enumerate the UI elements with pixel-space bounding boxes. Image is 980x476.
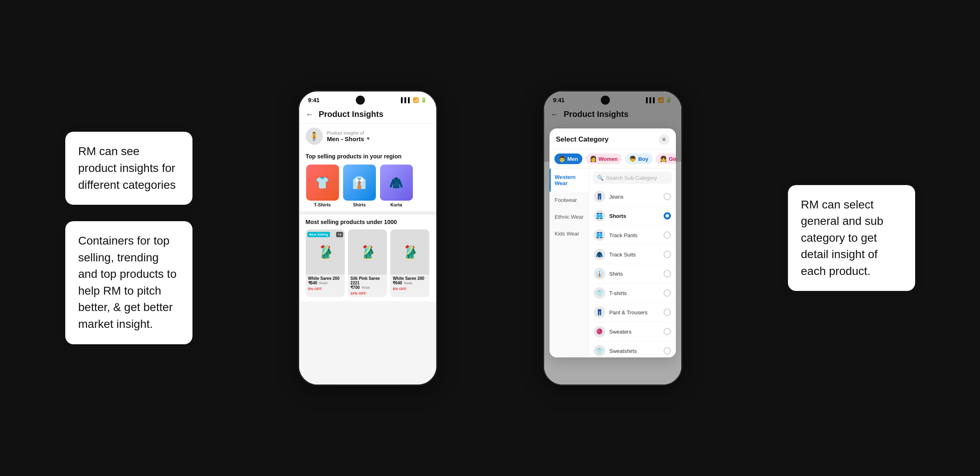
most-selling-name-3: White Saree 200 bbox=[393, 276, 427, 281]
sidebar-item-footwear[interactable]: Footwear bbox=[550, 192, 588, 208]
most-selling-card-2[interactable]: 🥻 Silk Pink Saree 2221 ₹700 ₹720 10% OFF bbox=[348, 229, 387, 297]
sidebar-item-kids[interactable]: Kids Wear bbox=[550, 225, 588, 242]
most-selling-discount-2: 10% OFF bbox=[350, 291, 366, 295]
tooltip-category-select: RM can select general and sub category t… bbox=[788, 185, 915, 291]
sub-item-sweaters[interactable]: 🧶 Sweaters bbox=[589, 322, 676, 341]
sub-icon-tshirts: 👕 bbox=[594, 287, 605, 299]
product-img-tshirt: 👕 bbox=[306, 165, 339, 201]
sub-icon-sweatshirts: 👕 bbox=[594, 345, 605, 357]
sub-icon-trackpants: 🩳 bbox=[594, 229, 605, 241]
most-selling-img-2: 🥻 bbox=[348, 229, 387, 275]
most-selling-img-3: 🥻 bbox=[390, 229, 429, 275]
modal-close-button[interactable]: ✕ bbox=[659, 134, 669, 145]
sub-icon-shorts: 🩳 bbox=[594, 210, 605, 222]
girl-avatar: 👧 bbox=[660, 156, 667, 162]
product-card-shirt[interactable]: 👔 Shirts bbox=[343, 165, 376, 207]
right-annotations: RM can select general and sub category t… bbox=[788, 185, 927, 291]
dropdown-arrow-1[interactable]: ▼ bbox=[366, 136, 371, 142]
sub-radio-sweatshirts[interactable] bbox=[664, 347, 671, 355]
sub-radio-shirts[interactable] bbox=[664, 270, 671, 277]
product-img-kurta: 🧥 bbox=[380, 165, 413, 201]
product-name-kurta: Kurta bbox=[390, 202, 402, 207]
modal-body: Western Wear Footwear Ethnic Wear Kids W… bbox=[550, 169, 676, 357]
most-selling-row-1: 🥻 Best Selling +2 White Saree 200 ₹640 ₹… bbox=[299, 228, 436, 301]
sub-radio-sweaters[interactable] bbox=[664, 328, 671, 335]
left-annotations: RM can see product insights for differen… bbox=[53, 132, 192, 344]
search-placeholder: Search Sub Category bbox=[606, 175, 657, 181]
gender-tabs: 👨 Men 👩 Women 👦 Boy 👧 bbox=[550, 149, 676, 169]
divider-1 bbox=[299, 211, 436, 215]
sub-item-sweatshirts[interactable]: 👕 Sweatshirts bbox=[589, 341, 676, 357]
most-selling-info-3: White Saree 200 ₹640 ₹660 5% OFF bbox=[390, 275, 429, 293]
sub-label-sweaters: Sweaters bbox=[609, 329, 632, 335]
sub-label-tshirts: T-shirts bbox=[609, 290, 627, 296]
sub-icon-tracksuits: 🧥 bbox=[594, 249, 605, 260]
most-selling-name-2: Silk Pink Saree 2221 bbox=[350, 276, 385, 285]
most-selling-card-1[interactable]: 🥻 Best Selling +2 White Saree 200 ₹640 ₹… bbox=[306, 229, 345, 297]
sub-item-shorts[interactable]: 🩳 Shorts bbox=[589, 206, 676, 226]
select-category-modal: Select Category ✕ 👨 Men 👩 Women bbox=[550, 128, 676, 357]
men-avatar: 👨 bbox=[559, 156, 566, 162]
wifi-icon-1: 📶 bbox=[413, 97, 419, 103]
subcategory-panel: 🔍 Search Sub Category 👖 Jeans 🩳 bbox=[589, 169, 676, 357]
most-selling-card-3[interactable]: 🥻 White Saree 200 ₹640 ₹660 5% OFF bbox=[390, 229, 429, 297]
sub-label-shorts: Shorts bbox=[609, 213, 626, 219]
signal-icon-1: ▌▌▌ bbox=[401, 97, 412, 103]
product-card-kurta[interactable]: 🧥 Kurta bbox=[380, 165, 413, 207]
app-header-1: ← Product Insights bbox=[299, 106, 436, 124]
gender-tab-men[interactable]: 👨 Men bbox=[554, 153, 582, 164]
sidebar-item-western[interactable]: Western Wear bbox=[550, 169, 588, 192]
sub-label-sweatshirts: Sweatshirts bbox=[609, 348, 637, 354]
sub-item-trousers[interactable]: 👖 Pant & Trousers bbox=[589, 303, 676, 322]
status-bar-1: 9:41 ▌▌▌ 📶 🔋 bbox=[299, 92, 436, 106]
sub-item-trackpants[interactable]: 🩳 Track Pants bbox=[589, 226, 676, 245]
most-selling-price-3: ₹640 bbox=[393, 281, 402, 285]
sub-radio-tracksuits[interactable] bbox=[664, 251, 671, 258]
sub-label-shirts: Shirts bbox=[609, 271, 623, 277]
phone-2-screen: 9:41 ▌▌▌ 📶 🔋 ← Product Insights 🧍 bbox=[544, 92, 681, 384]
sub-item-tracksuits[interactable]: 🧥 Track Suits bbox=[589, 245, 676, 264]
girl-label: Girl bbox=[669, 156, 676, 162]
men-label: Men bbox=[568, 156, 578, 162]
search-sub-category[interactable]: 🔍 Search Sub Category bbox=[593, 172, 672, 184]
gender-tab-girl[interactable]: 👧 Girl bbox=[656, 153, 676, 164]
category-selector-1[interactable]: 🧍 Product insights of Men - Shorts ▼ bbox=[299, 124, 436, 149]
women-label: Women bbox=[599, 156, 618, 162]
most-selling-old-2: ₹720 bbox=[362, 286, 370, 290]
sub-radio-trackpants[interactable] bbox=[664, 231, 671, 239]
phone-2: 9:41 ▌▌▌ 📶 🔋 ← Product Insights 🧍 bbox=[543, 90, 682, 386]
gender-tab-boy[interactable]: 👦 Boy bbox=[625, 153, 653, 164]
cat-info-1: Product insights of Men - Shorts ▼ bbox=[327, 130, 371, 142]
product-card-tshirt[interactable]: 👕 T-Shirts bbox=[306, 165, 339, 207]
most-selling-price-2: ₹700 bbox=[350, 285, 360, 290]
sub-item-shirts[interactable]: 👔 Shirts bbox=[589, 264, 676, 284]
women-avatar: 👩 bbox=[590, 156, 597, 162]
product-name-shirt: Shirts bbox=[353, 202, 366, 207]
sub-radio-tshirts[interactable] bbox=[664, 289, 671, 297]
badge-count: +2 bbox=[336, 232, 343, 237]
status-time-1: 9:41 bbox=[308, 97, 320, 103]
gender-tab-women[interactable]: 👩 Women bbox=[586, 153, 622, 164]
most-selling-discount-1: 5% OFF bbox=[308, 287, 322, 291]
phone-1-screen: 9:41 ▌▌▌ 📶 🔋 ← Product Insights 🧍 Produc… bbox=[299, 92, 436, 384]
most-selling-info-1: White Saree 200 ₹640 ₹660 5% OFF bbox=[306, 275, 345, 293]
sub-radio-shorts[interactable] bbox=[664, 212, 671, 220]
back-button-1[interactable]: ← bbox=[306, 110, 314, 119]
most-selling-old-3: ₹660 bbox=[404, 281, 412, 285]
cat-label-1: Product insights of bbox=[327, 130, 371, 135]
modal-overlay: Select Category ✕ 👨 Men 👩 Women bbox=[544, 92, 681, 384]
top-selling-heading-1: Top selling products in your region bbox=[299, 149, 436, 162]
most-selling-discount-3: 5% OFF bbox=[393, 287, 407, 291]
cat-value-1: Men - Shorts ▼ bbox=[327, 135, 371, 142]
sub-radio-jeans[interactable] bbox=[664, 193, 671, 200]
sub-icon-shirts: 👔 bbox=[594, 268, 605, 279]
tooltip-product-insights: RM can see product insights for differen… bbox=[65, 132, 192, 205]
boy-avatar: 👦 bbox=[629, 156, 636, 162]
sub-item-jeans[interactable]: 👖 Jeans bbox=[589, 187, 676, 206]
page-title-1: Product Insights bbox=[319, 110, 384, 119]
sub-item-tshirts[interactable]: 👕 T-shirts bbox=[589, 284, 676, 303]
sub-radio-trousers[interactable] bbox=[664, 309, 671, 316]
sidebar-item-ethnic[interactable]: Ethnic Wear bbox=[550, 208, 588, 225]
battery-icon-1: 🔋 bbox=[421, 97, 427, 103]
sub-icon-trousers: 👖 bbox=[594, 307, 605, 318]
